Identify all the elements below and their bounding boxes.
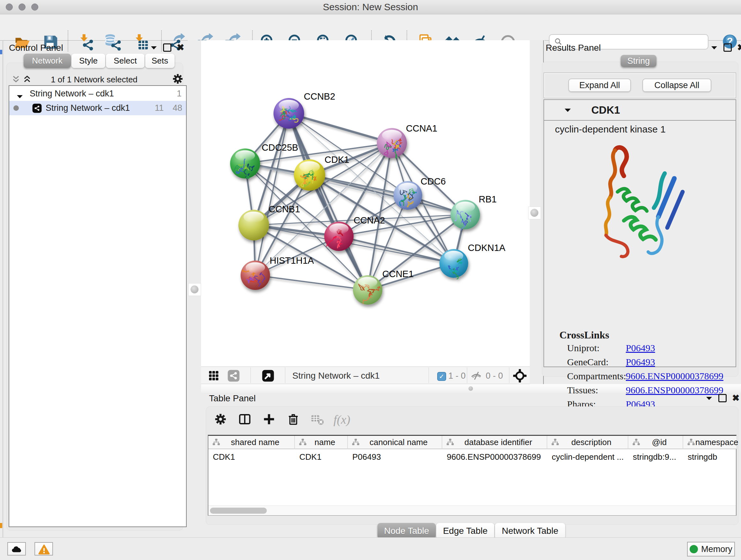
- fit-selected-icon[interactable]: [513, 369, 527, 382]
- network-node-RB1[interactable]: [451, 200, 480, 230]
- collection-count: 1: [177, 89, 182, 99]
- left-splitter-handle: [191, 286, 199, 294]
- protein-description: cyclin-dependent kinase 1: [555, 124, 721, 135]
- table-cell[interactable]: CDK1: [208, 449, 295, 464]
- clear-table-button[interactable]: [311, 413, 324, 426]
- network-node-CCNE1[interactable]: [353, 275, 382, 305]
- network-node-CDKN1A[interactable]: [440, 249, 468, 279]
- function-builder-button[interactable]: f(x): [333, 413, 356, 426]
- warning-status-button[interactable]: [35, 542, 53, 556]
- table-cell[interactable]: cyclin-dependent ...: [547, 449, 628, 464]
- table-panel-float-icon[interactable]: [718, 394, 727, 402]
- results-panel-collapse-icon[interactable]: [711, 45, 718, 50]
- network-tree-row[interactable]: String Network – cdk11: [9, 86, 186, 101]
- node-label-RB1: RB1: [479, 194, 496, 204]
- table-cell[interactable]: CDK1: [295, 449, 348, 464]
- split-columns-button[interactable]: [238, 413, 252, 426]
- column-type-icon: [446, 438, 455, 446]
- column-header-database-identifier[interactable]: database identifier: [442, 436, 547, 449]
- network-view-toolbar: String Network – cdk1✓1 - 00 - 0: [201, 367, 530, 384]
- node-count: 11: [155, 103, 164, 113]
- network-node-HIST1H1A[interactable]: [241, 260, 270, 290]
- crosslink-label: GeneCard:: [567, 357, 628, 368]
- column-header-canonical-name[interactable]: canonical name: [348, 436, 442, 449]
- tab-network-table[interactable]: Network Table: [495, 523, 565, 539]
- title-bar: Session: New Session: [0, 0, 741, 14]
- network-node-CCNB1[interactable]: [239, 210, 269, 240]
- crosslink-value[interactable]: P06493: [626, 357, 655, 368]
- node-label-CCNA2: CCNA2: [354, 215, 385, 226]
- crosslink-label: Uniprot:: [567, 343, 628, 354]
- crosslink-value[interactable]: P06493: [626, 343, 655, 354]
- tab-edge-table[interactable]: Edge Table: [436, 523, 494, 539]
- network-edge[interactable]: [289, 113, 392, 143]
- results-panel-float-icon[interactable]: [724, 44, 732, 52]
- main-toolbar: ?: [0, 14, 741, 41]
- network-view[interactable]: CCNB2CCNA1CDC25BCDK1CDC6RB1CCNB1CCNA2CDK…: [201, 40, 530, 367]
- node-table: shared namenamecanonical namedatabase id…: [208, 435, 737, 516]
- network-edge[interactable]: [255, 275, 367, 290]
- network-options-gear-icon[interactable]: [172, 73, 184, 85]
- memory-status-dot: [690, 545, 698, 553]
- table-cell[interactable]: P06493: [348, 449, 442, 464]
- network-node-CCNA1[interactable]: [377, 128, 407, 158]
- control-panel-collapse-icon[interactable]: [150, 45, 158, 50]
- column-header-name[interactable]: name: [295, 436, 348, 449]
- column-type-icon: [299, 438, 307, 446]
- table-settings-button[interactable]: [214, 413, 227, 426]
- crosslink-value[interactable]: 9606.ENSP00000378699: [626, 371, 724, 381]
- table-cell[interactable]: stringdb:9...: [628, 449, 683, 464]
- node-label-CCNE1: CCNE1: [382, 269, 414, 279]
- table-cell[interactable]: stringdb: [683, 449, 737, 464]
- control-panel-close-icon[interactable]: ✖: [177, 44, 184, 51]
- node-label-CCNB2: CCNB2: [304, 91, 335, 102]
- network-node-CCNA2[interactable]: [324, 222, 354, 251]
- birdseye-view-icon[interactable]: [262, 369, 274, 382]
- table-cell[interactable]: 9606.ENSP00000378699: [442, 449, 547, 464]
- protein-structure-image: [573, 138, 696, 277]
- network-node-CDC25B[interactable]: [230, 148, 260, 179]
- table-panel-close-icon[interactable]: ✖: [732, 395, 739, 401]
- expand-all-button[interactable]: Expand All: [568, 78, 631, 92]
- table-panel-collapse-icon[interactable]: [705, 396, 713, 401]
- delete-column-button[interactable]: [286, 413, 300, 426]
- collapse-all-networks-icon[interactable]: [12, 75, 20, 83]
- results-panel-close-icon[interactable]: ✖: [737, 44, 741, 51]
- network-mode-icon[interactable]: [227, 369, 240, 382]
- node-label-CDC25B: CDC25B: [262, 142, 298, 152]
- column-type-icon: [632, 438, 641, 446]
- tab-node-table[interactable]: Node Table: [378, 523, 435, 539]
- node-label-CDK1: CDK1: [325, 154, 349, 165]
- cloud-icon: [10, 544, 23, 555]
- column-header-description[interactable]: description: [547, 436, 628, 449]
- network-tree-row[interactable]: String Network – cdk11148: [9, 101, 186, 115]
- tab-select[interactable]: Select: [106, 54, 145, 68]
- column-header-namespace[interactable]: namespace: [683, 436, 737, 449]
- tab-sets[interactable]: Sets: [145, 54, 175, 68]
- network-node-CDC6[interactable]: [394, 181, 422, 210]
- column-header-@id[interactable]: @id: [628, 436, 683, 449]
- network-edge[interactable]: [339, 236, 454, 263]
- collapse-all-button[interactable]: Collapse All: [643, 78, 711, 92]
- network-node-CDK1[interactable]: [294, 159, 325, 191]
- grid-mode-icon[interactable]: [208, 370, 219, 381]
- right-splitter-handle: [530, 209, 538, 217]
- cloud-status-button[interactable]: [7, 542, 26, 556]
- control-panel-float-icon[interactable]: [163, 44, 172, 52]
- column-header-shared-name[interactable]: shared name: [208, 436, 295, 449]
- tab-network[interactable]: Network: [23, 54, 71, 68]
- section-header-CDK1[interactable]: CDK1: [544, 100, 736, 121]
- network-node-CCNB2[interactable]: [273, 98, 304, 129]
- memory-button[interactable]: Memory: [687, 542, 735, 557]
- tab-string[interactable]: String: [621, 55, 657, 67]
- horizontal-scrollbar[interactable]: [208, 505, 736, 515]
- string-result-section: CDK1cyclin-dependent kinase 1CrossLinksU…: [543, 99, 736, 367]
- selected-nodes-checkbox[interactable]: ✓: [437, 372, 446, 381]
- expand-all-networks-icon[interactable]: [23, 75, 31, 83]
- tab-style[interactable]: Style: [71, 54, 105, 68]
- section-collapse-icon[interactable]: [564, 108, 571, 113]
- crosslink-label: Compartments:: [567, 371, 628, 381]
- hidden-counts: 0 - 0: [486, 371, 511, 380]
- tree-expand-icon[interactable]: [16, 91, 23, 96]
- add-column-button[interactable]: [262, 413, 276, 426]
